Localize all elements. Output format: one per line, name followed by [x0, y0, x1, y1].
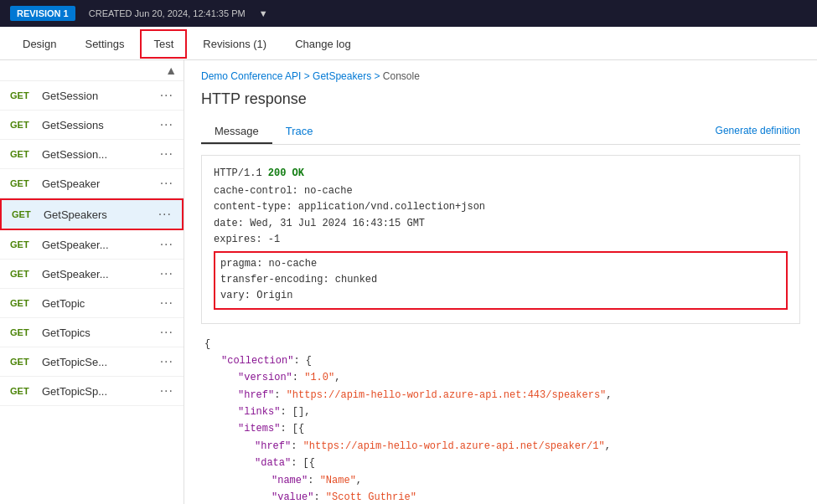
breadcrumb: Demo Conference API > GetSpeakers > Cons… [201, 70, 800, 82]
header-transfer-encoding: transfer-encoding: chunked [220, 272, 781, 288]
sidebar-item-getspeaker[interactable]: GET GetSpeaker ··· [0, 169, 184, 198]
method-badge: GET [10, 357, 35, 367]
json-line-value: "value": "Scott Guthrie" [204, 489, 800, 504]
method-badge: GET [10, 178, 35, 188]
method-badge: GET [12, 209, 37, 219]
header-vary: vary: Origin [220, 288, 781, 304]
highlighted-headers-box: pragma: no-cache transfer-encoding: chun… [214, 251, 788, 310]
json-line-items: "items": [{ [204, 420, 800, 437]
sidebar-item-getsessions[interactable]: GET GetSessions ··· [0, 111, 184, 140]
http-response-box: HTTP/1.1 200 OK cache-control: no-cache … [201, 155, 800, 324]
inner-tabs: Message Trace Generate definition [201, 120, 800, 145]
dots-menu-icon[interactable]: ··· [160, 176, 173, 191]
chevron-down-icon[interactable]: ▼ [259, 8, 268, 18]
tab-design[interactable]: Design [10, 30, 69, 57]
method-badge: GET [10, 298, 35, 308]
dots-menu-icon[interactable]: ··· [158, 207, 172, 222]
sidebar-item-gettopic[interactable]: GET GetTopic ··· [0, 289, 184, 318]
breadcrumb-sep2: > [374, 70, 382, 82]
sidebar-item-label: GetSpeakers [44, 208, 152, 221]
page-title: HTTP response [201, 90, 800, 108]
sidebar-item-label: GetSession... [42, 148, 153, 161]
header-date: date: Wed, 31 Jul 2024 16:43:15 GMT [214, 216, 788, 232]
sidebar-item-label: GetTopicSe... [42, 356, 153, 368]
sidebar-item-gettopicse[interactable]: GET GetTopicSe... ··· [0, 347, 184, 377]
json-line-version: "version": "1.0", [204, 369, 800, 386]
main-layout: ▲ GET GetSession ··· GET GetSessions ···… [0, 60, 817, 504]
dots-menu-icon[interactable]: ··· [160, 266, 173, 281]
sidebar-item-label: GetSpeaker [42, 177, 153, 190]
sidebar-item-label: GetSpeaker... [42, 239, 153, 251]
tab-settings[interactable]: Settings [72, 30, 137, 57]
dots-menu-icon[interactable]: ··· [160, 354, 173, 369]
json-line-name: "name": "Name", [204, 472, 800, 489]
nav-tabs: Design Settings Test Revisions (1) Chang… [0, 27, 817, 60]
tab-message[interactable]: Message [201, 120, 272, 144]
breadcrumb-sep1: > [304, 70, 313, 82]
tab-trace[interactable]: Trace [272, 120, 327, 144]
sidebar-item-gettopics[interactable]: GET GetTopics ··· [0, 318, 184, 347]
sidebar-scroll-controls: ▲ [0, 60, 184, 81]
json-line-open: { [204, 336, 800, 352]
json-line-data: "data": [{ [204, 455, 800, 471]
tab-test[interactable]: Test [140, 29, 187, 59]
header-cache-control: cache-control: no-cache [214, 183, 788, 199]
http-version: HTTP/1.1 [214, 167, 268, 179]
sidebar-item-gettopicsp[interactable]: GET GetTopicSp... ··· [0, 377, 184, 406]
method-badge: GET [10, 239, 35, 249]
dots-menu-icon[interactable]: ··· [160, 117, 173, 132]
header-pragma: pragma: no-cache [220, 256, 781, 272]
tab-revisions[interactable]: Revisions (1) [190, 30, 279, 57]
json-line-links: "links": [], [204, 404, 800, 420]
top-bar: REVISION 1 CREATED Jun 20, 2024, 12:41:3… [0, 0, 817, 27]
dots-menu-icon[interactable]: ··· [160, 237, 173, 252]
sidebar-item-label: GetTopicSp... [42, 385, 153, 398]
sidebar: ▲ GET GetSession ··· GET GetSessions ···… [0, 60, 184, 504]
sidebar-item-getspeaker3[interactable]: GET GetSpeaker... ··· [0, 260, 184, 289]
sidebar-item-label: GetSession [42, 90, 153, 102]
dots-menu-icon[interactable]: ··· [160, 147, 173, 162]
sidebar-item-getspeakers[interactable]: GET GetSpeakers ··· [0, 198, 184, 230]
method-badge: GET [10, 386, 35, 396]
json-body: { "collection": { "version": "1.0", "hre… [201, 336, 800, 505]
header-expires: expires: -1 [214, 232, 788, 248]
dots-menu-icon[interactable]: ··· [160, 325, 173, 340]
tab-changelog[interactable]: Change log [282, 30, 364, 57]
method-badge: GET [10, 327, 35, 337]
content-area: Demo Conference API > GetSpeakers > Cons… [184, 60, 817, 504]
dots-menu-icon[interactable]: ··· [160, 88, 173, 103]
scroll-up-icon[interactable]: ▲ [165, 64, 177, 77]
sidebar-item-label: GetTopic [42, 297, 153, 310]
dots-menu-icon[interactable]: ··· [160, 383, 173, 399]
method-badge: GET [10, 269, 35, 279]
json-line-collection: "collection": { [204, 352, 800, 369]
sidebar-item-getsession[interactable]: GET GetSession ··· [0, 81, 184, 111]
sidebar-item-getspeaker2[interactable]: GET GetSpeaker... ··· [0, 230, 184, 260]
revision-badge: REVISION 1 [10, 6, 75, 21]
sidebar-item-label: GetSessions [42, 119, 153, 131]
breadcrumb-getspeakers[interactable]: GetSpeakers [313, 70, 371, 82]
sidebar-item-label: GetTopics [42, 327, 153, 339]
json-line-href: "href": "https://apim-hello-world.azure-… [204, 387, 800, 404]
generate-definition-link[interactable]: Generate definition [716, 120, 800, 144]
header-content-type: content-type: application/vnd.collection… [214, 199, 788, 215]
dots-menu-icon[interactable]: ··· [160, 296, 173, 311]
breadcrumb-console: Console [383, 70, 420, 82]
json-line-items-href: "href": "https://apim-hello-world.azure-… [204, 438, 800, 455]
http-status-code: 200 OK [268, 167, 304, 179]
sidebar-item-getsession2[interactable]: GET GetSession... ··· [0, 140, 184, 169]
created-text: CREATED Jun 20, 2024, 12:41:35 PM [89, 8, 246, 18]
method-badge: GET [10, 90, 35, 100]
method-badge: GET [10, 149, 35, 159]
sidebar-item-label: GetSpeaker... [42, 268, 153, 280]
http-status-line: HTTP/1.1 200 OK [214, 166, 788, 182]
breadcrumb-api[interactable]: Demo Conference API [201, 70, 301, 82]
method-badge: GET [10, 120, 35, 130]
